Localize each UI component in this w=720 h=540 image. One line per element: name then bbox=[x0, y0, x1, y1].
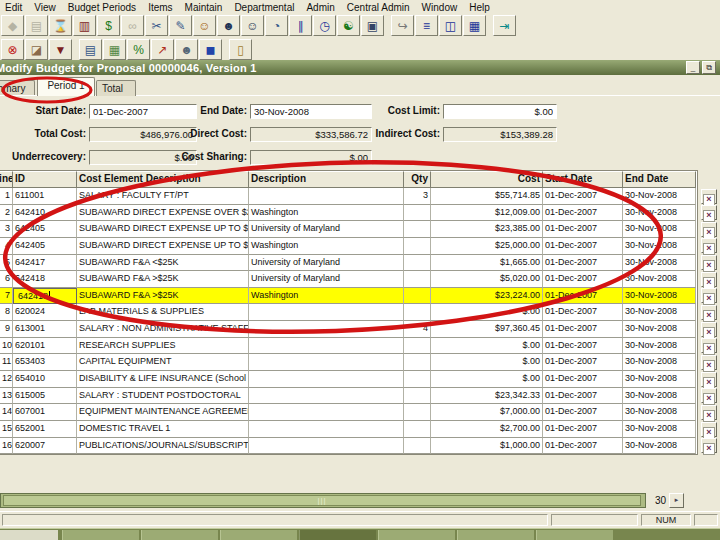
delete-row-button[interactable]: × bbox=[701, 272, 717, 287]
cut-button[interactable]: ✂ bbox=[145, 15, 168, 36]
delete-row-button[interactable]: × bbox=[701, 355, 717, 370]
cell[interactable]: 3 bbox=[404, 188, 431, 205]
cell[interactable] bbox=[249, 304, 404, 321]
cell[interactable] bbox=[249, 388, 404, 405]
table-row[interactable]: 5642417SUBAWARD F&A <$25KUniversity of M… bbox=[0, 255, 697, 272]
cell[interactable]: 30-Nov-2008 bbox=[623, 321, 696, 338]
cell[interactable]: 2 bbox=[0, 205, 13, 222]
delete-row-button[interactable]: × bbox=[701, 338, 717, 353]
cell[interactable]: $.00 bbox=[431, 354, 543, 371]
cell[interactable]: $23,342.33 bbox=[431, 388, 543, 405]
table-row[interactable]: 6642418SUBAWARD F&A >$25KUniversity of M… bbox=[0, 271, 697, 288]
table-row[interactable]: 14607001EQUIPMENT MAINTENANCE AGREEMENTS… bbox=[0, 404, 697, 421]
menu-budget-periods[interactable]: Budget Periods bbox=[63, 1, 143, 14]
cell[interactable] bbox=[249, 188, 404, 205]
cell[interactable]: $2,700.00 bbox=[431, 421, 543, 438]
cell[interactable]: University of Maryland bbox=[249, 221, 404, 238]
taskbar-button[interactable] bbox=[457, 530, 534, 540]
table-row[interactable]: 11653403CAPITAL EQUIPMENT$.0001-Dec-2007… bbox=[0, 354, 697, 371]
cell[interactable]: 01-Dec-2007 bbox=[543, 271, 623, 288]
delete-row-button[interactable]: × bbox=[701, 438, 717, 453]
cell[interactable]: 14 bbox=[0, 404, 13, 421]
cell[interactable]: $25,000.00 bbox=[431, 238, 543, 255]
delete-row-button[interactable]: × bbox=[701, 405, 717, 420]
cell[interactable]: 01-Dec-2007 bbox=[543, 205, 623, 222]
cell[interactable]: Washington bbox=[249, 205, 404, 222]
cell[interactable]: 01-Dec-2007 bbox=[543, 404, 623, 421]
cell[interactable]: $55,714.85 bbox=[431, 188, 543, 205]
cell[interactable]: SUBAWARD F&A >$25K bbox=[77, 288, 249, 305]
tab-period-1[interactable]: Period 1 bbox=[37, 77, 95, 96]
cell[interactable]: 30-Nov-2008 bbox=[623, 404, 696, 421]
pause-button[interactable]: ∥ bbox=[289, 15, 312, 36]
cell[interactable] bbox=[404, 221, 431, 238]
cell[interactable]: 13 bbox=[0, 388, 13, 405]
binoculars-button[interactable]: ∞ bbox=[121, 15, 144, 36]
cell[interactable]: 607001 bbox=[13, 404, 77, 421]
delete-row-button[interactable]: × bbox=[701, 255, 717, 270]
cell[interactable]: 611001 bbox=[13, 188, 77, 205]
cell[interactable]: 30-Nov-2008 bbox=[623, 255, 696, 272]
restore-button[interactable]: ⧉ bbox=[702, 61, 716, 74]
taskbar-button[interactable] bbox=[220, 530, 297, 540]
cell[interactable] bbox=[249, 404, 404, 421]
tab-total[interactable]: Total bbox=[96, 80, 136, 96]
cell[interactable]: SALARY : FACULTY FT/PT bbox=[77, 188, 249, 205]
scroll-right-button[interactable]: ► bbox=[669, 493, 684, 508]
cell[interactable]: 16 bbox=[0, 438, 13, 455]
cell[interactable]: 01-Dec-2007 bbox=[543, 221, 623, 238]
copy-button[interactable]: ▤ bbox=[25, 15, 48, 36]
table-row[interactable]: 10620101RESEARCH SUPPLIES$.0001-Dec-2007… bbox=[0, 338, 697, 355]
cell[interactable]: 30-Nov-2008 bbox=[623, 338, 696, 355]
horizontal-scrollbar-thumb[interactable]: ||| bbox=[3, 495, 641, 506]
cell[interactable] bbox=[249, 321, 404, 338]
menu-view[interactable]: View bbox=[29, 1, 63, 14]
cell[interactable]: 01-Dec-2007 bbox=[543, 255, 623, 272]
cell[interactable]: Washington bbox=[249, 238, 404, 255]
delete-row-button[interactable]: × bbox=[701, 422, 717, 437]
printer-button[interactable]: ▣ bbox=[361, 15, 384, 36]
cell[interactable]: 30-Nov-2008 bbox=[623, 371, 696, 388]
cell[interactable]: 8 bbox=[0, 304, 13, 321]
taskbar-button[interactable] bbox=[378, 530, 455, 540]
cell[interactable]: CAPITAL EQUIPMENT bbox=[77, 354, 249, 371]
cell[interactable]: 30-Nov-2008 bbox=[623, 354, 696, 371]
calendar-button[interactable]: ▦ bbox=[103, 39, 126, 60]
cell[interactable]: RESEARCH SUPPLIES bbox=[77, 338, 249, 355]
cell[interactable]: 11 bbox=[0, 354, 13, 371]
cell[interactable]: 9 bbox=[0, 321, 13, 338]
cell[interactable]: 642417 bbox=[13, 255, 77, 272]
cell[interactable]: University of Maryland bbox=[249, 255, 404, 272]
taskbar-button[interactable] bbox=[141, 530, 218, 540]
horizontal-scrollbar-track[interactable]: ||| bbox=[0, 493, 646, 508]
menu-departmental[interactable]: Departmental bbox=[229, 1, 301, 14]
cell[interactable]: $1,665.00 bbox=[431, 255, 543, 272]
cell[interactable]: 1 bbox=[0, 188, 13, 205]
col-header-cost[interactable]: Cost bbox=[431, 171, 543, 188]
keyboard-button[interactable]: ▦ bbox=[463, 15, 486, 36]
cell[interactable]: 30-Nov-2008 bbox=[623, 188, 696, 205]
menu-central-admin[interactable]: Central Admin bbox=[342, 1, 417, 14]
cell[interactable] bbox=[404, 304, 431, 321]
cell[interactable]: 30-Nov-2008 bbox=[623, 304, 696, 321]
delete-row-button[interactable]: × bbox=[701, 388, 717, 403]
list-button[interactable]: ≡ bbox=[415, 15, 438, 36]
table-row[interactable]: 15652001DOMESTIC TRAVEL 1$2,700.0001-Dec… bbox=[0, 421, 697, 438]
cell[interactable]: 30-Nov-2008 bbox=[623, 271, 696, 288]
cell[interactable]: $23,224.00 bbox=[431, 288, 543, 305]
cell[interactable]: 15 bbox=[0, 421, 13, 438]
delete-row-button[interactable]: × bbox=[701, 372, 717, 387]
delete-row-button[interactable]: × bbox=[701, 189, 717, 204]
cell[interactable]: 652001 bbox=[13, 421, 77, 438]
delete-row-button[interactable]: × bbox=[701, 305, 717, 320]
menu-help[interactable]: Help bbox=[464, 1, 497, 14]
people-pair-button[interactable]: ☺ bbox=[241, 15, 264, 36]
cell[interactable]: 01-Dec-2007 bbox=[543, 338, 623, 355]
cell[interactable]: $.00 bbox=[431, 371, 543, 388]
cell[interactable]: $5,020.00 bbox=[431, 271, 543, 288]
delete-row-button[interactable]: × bbox=[701, 322, 717, 337]
taskbar-start-button[interactable] bbox=[0, 530, 58, 540]
clock-button[interactable]: ◷ bbox=[313, 15, 336, 36]
cell[interactable]: 653403 bbox=[13, 354, 77, 371]
yin-yang-button[interactable]: ☯ bbox=[337, 15, 360, 36]
